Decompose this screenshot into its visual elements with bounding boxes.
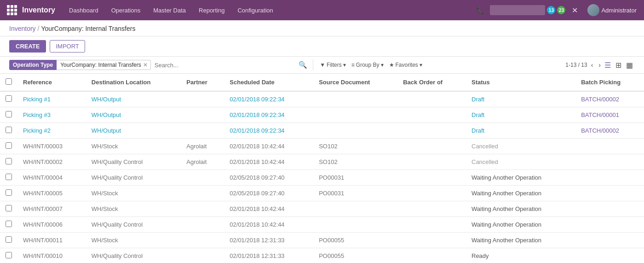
operation-type-filter: Operation Type YourCompany: Internal Tra… bbox=[9, 60, 151, 70]
reference-text[interactable]: WH/INT/00004 bbox=[23, 174, 63, 181]
status-badge: Draft bbox=[472, 96, 484, 103]
nav-dashboard[interactable]: Dashboard bbox=[63, 0, 105, 20]
batch-picking-link[interactable]: BATCH/00002 bbox=[581, 96, 619, 103]
cell-partner bbox=[181, 123, 224, 139]
destination-link[interactable]: WH/Output bbox=[92, 96, 121, 103]
row-checkbox[interactable] bbox=[6, 111, 12, 117]
app-brand[interactable]: Inventory bbox=[22, 6, 55, 14]
cell-partner bbox=[181, 217, 224, 233]
reference-text[interactable]: WH/INT/00005 bbox=[23, 190, 63, 197]
cell-scheduled-date: 02/01/2018 09:22:34 bbox=[224, 91, 313, 107]
reference-text[interactable]: WH/INT/00003 bbox=[23, 143, 63, 150]
nav-master-data[interactable]: Master Data bbox=[147, 0, 192, 20]
import-button[interactable]: IMPORT bbox=[50, 40, 85, 53]
row-checkbox[interactable] bbox=[6, 205, 12, 211]
table-row: Picking #3 WH/Output 02/01/2018 09:22:34… bbox=[0, 107, 644, 123]
row-checkbox[interactable] bbox=[6, 95, 12, 102]
cell-scheduled-date: 02/05/2018 09:27:40 bbox=[224, 170, 313, 186]
transfers-table: Reference Destination Location Partner S… bbox=[0, 74, 644, 263]
group-by-button[interactable]: ≡ Group By ▾ bbox=[349, 60, 386, 70]
table-header: Reference Destination Location Partner S… bbox=[0, 74, 644, 91]
grid-menu-icon[interactable] bbox=[4, 0, 20, 20]
calendar-view-button[interactable]: ▦ bbox=[624, 60, 635, 70]
reference-link[interactable]: Picking #3 bbox=[23, 111, 51, 118]
col-source-document: Source Document bbox=[313, 74, 397, 91]
nav-operations[interactable]: Operations bbox=[105, 0, 147, 20]
destination-link[interactable]: WH/Output bbox=[92, 111, 121, 118]
partner-text: Agrolait bbox=[186, 143, 207, 150]
row-checkbox-cell bbox=[0, 201, 17, 217]
table-row: WH/INT/00005 WH/Stock 02/05/2018 09:27:4… bbox=[0, 186, 644, 201]
cell-destination: WH/Stock bbox=[86, 139, 181, 154]
cell-backorder bbox=[397, 170, 466, 186]
row-checkbox-cell bbox=[0, 248, 17, 263]
prev-page-button[interactable]: ‹ bbox=[589, 60, 595, 70]
filters-button[interactable]: ▼ Filters ▾ bbox=[317, 60, 349, 70]
select-all-checkbox[interactable] bbox=[6, 78, 12, 85]
table-row: Picking #1 WH/Output 02/01/2018 09:22:34… bbox=[0, 91, 644, 107]
notification-badge-blue[interactable]: 13 bbox=[547, 6, 555, 14]
next-page-button[interactable]: › bbox=[597, 60, 603, 70]
cell-status: Draft bbox=[466, 123, 575, 139]
phone-icon[interactable]: 📞 bbox=[473, 3, 488, 18]
search-icon[interactable]: 🔍 bbox=[299, 61, 307, 69]
nav-menu: Dashboard Operations Master Data Reporti… bbox=[63, 0, 473, 20]
user-avatar[interactable]: Administrator bbox=[584, 4, 640, 16]
cell-batch-picking bbox=[575, 139, 644, 154]
status-badge: Waiting Another Operation bbox=[472, 205, 541, 212]
notification-badge-green[interactable]: 23 bbox=[557, 6, 565, 14]
cell-backorder bbox=[397, 154, 466, 170]
row-checkbox[interactable] bbox=[6, 252, 12, 258]
kanban-view-button[interactable]: ⊞ bbox=[614, 60, 623, 70]
breadcrumb-parent[interactable]: Inventory bbox=[9, 25, 36, 32]
reference-text[interactable]: WH/INT/00010 bbox=[23, 252, 63, 259]
row-checkbox[interactable] bbox=[6, 221, 12, 227]
batch-picking-link[interactable]: BATCH/00001 bbox=[581, 111, 619, 118]
list-view-button[interactable]: ☰ bbox=[603, 60, 613, 70]
scheduled-date-link[interactable]: 02/01/2018 09:22:34 bbox=[230, 111, 284, 118]
row-checkbox[interactable] bbox=[6, 127, 12, 133]
nav-configuration[interactable]: Configuration bbox=[231, 0, 279, 20]
cell-destination: WH/Stock bbox=[86, 201, 181, 217]
row-checkbox[interactable] bbox=[6, 236, 12, 243]
source-doc-text: PO00055 bbox=[319, 252, 344, 259]
pagination-text: 1-13 / 13 bbox=[565, 62, 587, 68]
scheduled-date-link[interactable]: 02/01/2018 09:22:34 bbox=[230, 127, 284, 134]
nav-reporting[interactable]: Reporting bbox=[192, 0, 231, 20]
cell-scheduled-date: 02/01/2018 12:31:33 bbox=[224, 248, 313, 263]
cell-backorder bbox=[397, 201, 466, 217]
cell-scheduled-date: 02/01/2018 10:42:44 bbox=[224, 217, 313, 233]
reference-text[interactable]: WH/INT/00006 bbox=[23, 221, 63, 228]
reference-text[interactable]: WH/INT/00007 bbox=[23, 205, 63, 212]
row-checkbox[interactable] bbox=[6, 174, 12, 180]
status-badge: Waiting Another Operation bbox=[472, 174, 541, 181]
operation-type-close-icon[interactable]: ✕ bbox=[143, 62, 148, 68]
create-button[interactable]: CREATE bbox=[9, 40, 46, 53]
destination-link[interactable]: WH/Output bbox=[92, 127, 121, 134]
reference-link[interactable]: Picking #2 bbox=[23, 127, 51, 134]
close-icon[interactable]: ✕ bbox=[567, 3, 582, 18]
status-badge: Draft bbox=[472, 127, 484, 134]
scheduled-date-text: 02/05/2018 09:27:40 bbox=[230, 174, 284, 181]
reference-text[interactable]: WH/INT/00002 bbox=[23, 158, 63, 165]
search-input[interactable] bbox=[151, 60, 299, 70]
row-checkbox[interactable] bbox=[6, 158, 12, 164]
scheduled-date-link[interactable]: 02/01/2018 09:22:34 bbox=[230, 96, 284, 103]
favorites-button[interactable]: ★ Favorites ▾ bbox=[386, 60, 425, 70]
scheduled-date-text: 02/01/2018 10:42:44 bbox=[230, 221, 284, 228]
reference-text[interactable]: WH/INT/00011 bbox=[23, 237, 63, 244]
table-row: WH/INT/00010 WH/Quality Control 02/01/20… bbox=[0, 248, 644, 263]
toolbar: CREATE IMPORT bbox=[0, 36, 644, 57]
row-checkbox-cell bbox=[0, 139, 17, 154]
row-checkbox[interactable] bbox=[6, 189, 12, 196]
batch-picking-link[interactable]: BATCH/00002 bbox=[581, 127, 619, 134]
nav-search-bar[interactable] bbox=[490, 5, 545, 15]
destination-text: WH/Quality Control bbox=[92, 158, 143, 165]
cell-source-document: PO00031 bbox=[313, 186, 397, 201]
scheduled-date-text: 02/01/2018 10:42:44 bbox=[230, 205, 284, 212]
table-row: WH/INT/00007 WH/Stock 02/01/2018 10:42:4… bbox=[0, 201, 644, 217]
cell-batch-picking bbox=[575, 170, 644, 186]
reference-link[interactable]: Picking #1 bbox=[23, 96, 51, 103]
cell-scheduled-date: 02/01/2018 10:42:44 bbox=[224, 154, 313, 170]
row-checkbox[interactable] bbox=[6, 142, 12, 149]
